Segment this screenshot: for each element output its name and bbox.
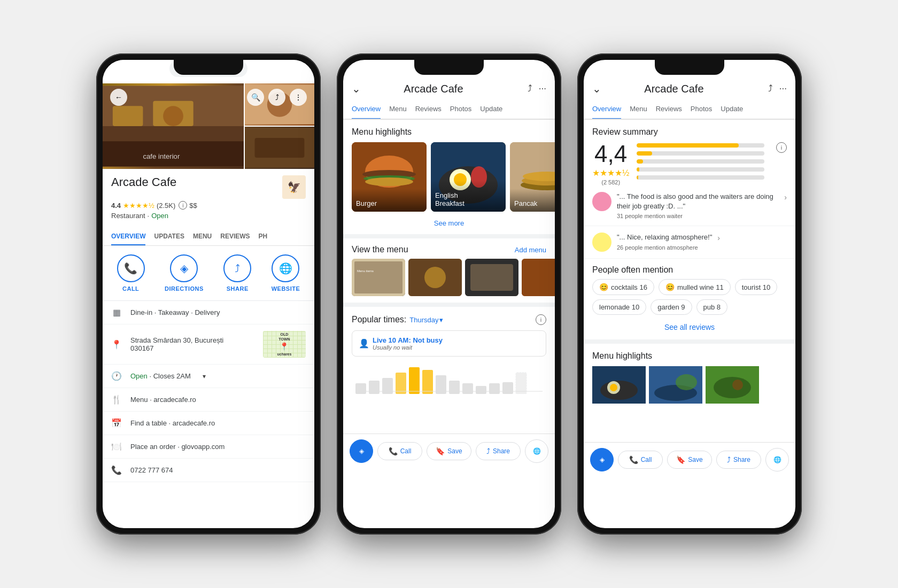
times-info-icon[interactable]: i	[536, 314, 546, 325]
review-1[interactable]: "... The food is also good and the waite…	[584, 185, 795, 226]
tag-lemonade[interactable]: lemonade 10	[592, 299, 646, 315]
tab-reviews[interactable]: Reviews	[415, 99, 442, 120]
tab-updates[interactable]: UPDATES	[154, 228, 184, 245]
tab-photos[interactable]: Photos	[691, 99, 712, 120]
share-button[interactable]: ⤴	[528, 83, 532, 94]
menu-photo-1[interactable]: Menu items	[352, 259, 405, 296]
menu-item-pancake[interactable]: Pancak	[510, 142, 555, 212]
save-button[interactable]: 🔖 Save	[427, 442, 471, 460]
menu-photo-3[interactable]	[465, 259, 518, 296]
globe-button[interactable]: 🌐	[525, 439, 548, 463]
review-2[interactable]: "... Nice, relaxing atmosphere!" 26 peop…	[584, 226, 795, 259]
tag-cocktails[interactable]: 😊 cocktails 16	[592, 279, 654, 295]
svg-text:Menu items: Menu items	[357, 269, 374, 273]
score-count: (2 582)	[601, 179, 620, 185]
tab-photos[interactable]: Photos	[450, 99, 471, 120]
tab-update[interactable]: Update	[480, 99, 502, 120]
view-menu-header: View the menu Add menu	[343, 238, 555, 259]
phone-row[interactable]: 📞 0722 777 674	[103, 459, 314, 482]
svg-rect-26	[354, 261, 402, 293]
menu-photo-2[interactable]	[408, 259, 462, 296]
share-photo-button[interactable]: ⤴	[268, 89, 285, 106]
directions-label: DIRECTIONS	[165, 285, 204, 292]
call-action[interactable]: 📞 CALL	[117, 254, 145, 292]
share-button[interactable]: ⤴ Share	[476, 442, 521, 460]
pub-text: pub 8	[703, 303, 721, 311]
back-button[interactable]: ⌄	[592, 82, 601, 95]
bar-5	[637, 142, 764, 149]
see-more-button[interactable]: See more	[434, 219, 464, 227]
reservations-text: Find a table · arcadecafe.ro	[130, 419, 215, 427]
share-button[interactable]: ⤴	[768, 83, 773, 94]
share-button[interactable]: ⤴ Share	[716, 451, 761, 469]
review-1-sub: 31 people mention waiter	[617, 213, 779, 219]
reservations-row[interactable]: 📅 Find a table · arcadecafe.ro	[103, 412, 314, 435]
tab-overview[interactable]: Overview	[592, 99, 621, 120]
phone3-header: ⌄ Arcade Cafe ⤴ ···	[584, 76, 795, 99]
side-photo-bottom	[244, 126, 314, 169]
see-all-reviews-button[interactable]: See all reviews	[664, 323, 715, 331]
phone-screen-2: ⌄ Arcade Cafe ⤴ ··· Overview Menu Review…	[343, 60, 555, 528]
directions-button[interactable]: ◈	[590, 448, 614, 471]
save-button[interactable]: 🔖 Save	[667, 451, 712, 469]
directions-button[interactable]: ◈	[350, 439, 373, 463]
tab-overview[interactable]: Overview	[352, 99, 381, 120]
directions-icon: ◈	[600, 456, 605, 463]
more-button[interactable]: ···	[539, 83, 546, 94]
popular-times-title: Popular times: Thursday ▾	[352, 315, 443, 324]
tab-reviews[interactable]: Reviews	[656, 99, 682, 120]
tab-update[interactable]: Update	[721, 99, 743, 120]
phone-notch-2	[414, 60, 484, 75]
mini-map[interactable]: OLD TOWN 📍 uchares	[263, 331, 306, 358]
phone2-tabs: Overview Menu Reviews Photos Update	[343, 99, 555, 120]
website-action[interactable]: 🌐 WEBSITE	[272, 254, 300, 292]
bottom-menu-thumb-1[interactable]	[592, 366, 646, 404]
add-menu-button[interactable]: Add menu	[515, 246, 546, 254]
svg-point-54	[676, 374, 697, 390]
phone-notch-1	[174, 60, 243, 75]
call-button[interactable]: 📞 Call	[377, 442, 422, 460]
address-text: Strada Smârdan 30, București 030167	[130, 336, 223, 352]
phone-screen-1: 🔒 🔍 cafe near me cafe inte	[103, 60, 314, 528]
share-icon: ⤴	[727, 455, 731, 464]
order-row[interactable]: 🍽️ Place an order · glovoapp.com	[103, 435, 314, 459]
directions-action[interactable]: ◈ DIRECTIONS	[165, 254, 204, 292]
info-icon[interactable]: i	[179, 201, 187, 210]
menu-item-burger[interactable]: Burger	[352, 142, 427, 212]
bottom-menu-thumb-2[interactable]	[649, 366, 702, 404]
mulled-wine-emoji: 😊	[665, 283, 675, 291]
person-icon: 👤	[359, 338, 369, 349]
globe-button[interactable]: 🌐	[765, 448, 789, 471]
tab-menu[interactable]: MENU	[193, 228, 212, 245]
category-row: Restaurant · Open	[111, 212, 306, 220]
hours-row[interactable]: 🕐 Open · Closes 2AM ▾	[103, 365, 314, 388]
address-row[interactable]: 📍 Strada Smârdan 30, București 030167 OL…	[103, 324, 314, 365]
menu-row[interactable]: 🍴 Menu · arcadecafe.ro	[103, 388, 314, 412]
tag-garden[interactable]: garden 9	[651, 299, 692, 315]
svg-point-15	[365, 177, 413, 186]
tab-menu[interactable]: Menu	[389, 99, 407, 120]
back-button[interactable]: ←	[110, 89, 127, 106]
phone1-content: 🔒 🔍 cafe near me cafe inte	[103, 60, 314, 528]
review-info-icon[interactable]: i	[776, 142, 787, 153]
search-photo-button[interactable]: 🔍	[247, 89, 264, 106]
share-action[interactable]: ⤴ SHARE	[223, 254, 251, 292]
bottom-menu-thumb-3[interactable]	[706, 366, 759, 404]
tag-tourist[interactable]: tourist 10	[735, 279, 777, 295]
tag-mulled-wine[interactable]: 😊 mulled wine 11	[659, 279, 731, 295]
more-button[interactable]: ···	[779, 83, 787, 94]
tab-ph[interactable]: PH	[259, 228, 268, 245]
menu-photos: Menu items	[343, 259, 555, 296]
garden-text: garden 9	[657, 303, 685, 311]
tab-menu[interactable]: Menu	[630, 99, 647, 120]
tag-pub[interactable]: pub 8	[696, 299, 728, 315]
hours-expand-icon[interactable]: ▾	[203, 373, 206, 380]
day-selector[interactable]: Thursday ▾	[409, 316, 443, 324]
menu-item-breakfast[interactable]: EnglishBreakfast	[431, 142, 506, 212]
back-button[interactable]: ⌄	[352, 82, 361, 95]
tab-overview[interactable]: OVERVIEW	[111, 228, 145, 245]
menu-photo-4[interactable]	[522, 259, 555, 296]
more-photo-button[interactable]: ⋮	[290, 89, 307, 106]
call-button[interactable]: 📞 Call	[618, 451, 663, 469]
tab-reviews[interactable]: REVIEWS	[220, 228, 250, 245]
